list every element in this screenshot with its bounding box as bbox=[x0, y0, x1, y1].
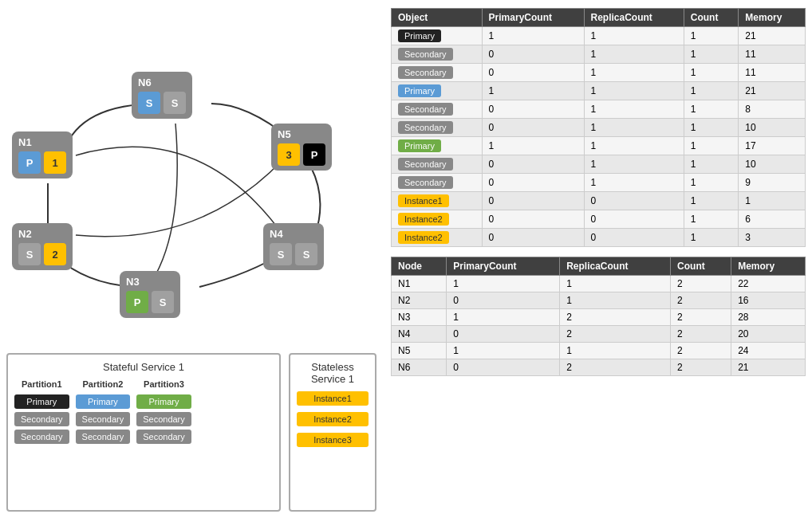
obj-table-row: Instance2 0 0 1 6 bbox=[392, 210, 806, 229]
node-table-cell-memory: 22 bbox=[731, 276, 806, 292]
obj-badge: Primary bbox=[398, 29, 441, 42]
partition3-primary: Primary bbox=[136, 394, 191, 409]
partitions-row: Partition1 Primary Secondary Secondary P… bbox=[14, 379, 273, 444]
obj-badge: Primary bbox=[398, 139, 441, 152]
node-n1-badge-1: 1 bbox=[44, 151, 66, 174]
obj-badge: Instance1 bbox=[398, 194, 449, 207]
node-table-row: N4 0 2 2 20 bbox=[392, 326, 806, 343]
obj-table-cell-count: 1 bbox=[684, 119, 739, 137]
node-n2-badge-2: 2 bbox=[44, 243, 66, 265]
node-n1-label: N1 bbox=[18, 136, 32, 148]
partition2-col: Partition2 Primary Secondary Secondary bbox=[76, 379, 131, 444]
obj-table-cell-replica-count: 1 bbox=[584, 155, 684, 174]
node-table-cell-primary-count: 1 bbox=[447, 309, 560, 326]
node-table-row: N5 1 1 2 24 bbox=[392, 343, 806, 359]
partition3-col: Partition3 Primary Secondary Secondary bbox=[136, 379, 191, 444]
obj-table-cell-object: Instance2 bbox=[392, 229, 483, 247]
node-n4-badge-s2: S bbox=[295, 243, 317, 265]
obj-table-cell-memory: 11 bbox=[739, 64, 806, 82]
node-n3-badge-s: S bbox=[152, 291, 174, 313]
node-table-cell-node: N3 bbox=[392, 309, 447, 326]
node-table-cell-count: 2 bbox=[671, 276, 731, 292]
node-n4: N4 S S bbox=[263, 223, 324, 270]
node-table-cell-memory: 28 bbox=[731, 309, 806, 326]
obj-table-row: Secondary 0 1 1 11 bbox=[392, 64, 806, 82]
obj-table-cell-replica-count: 1 bbox=[584, 100, 684, 119]
obj-table-cell-object: Instance2 bbox=[392, 210, 483, 229]
node-table-header-count: Count bbox=[671, 257, 731, 276]
node-n5-label: N5 bbox=[278, 128, 291, 140]
obj-table-cell-primary-count: 0 bbox=[482, 192, 584, 210]
obj-table-cell-memory: 6 bbox=[739, 210, 806, 229]
obj-table-cell-replica-count: 0 bbox=[584, 229, 684, 247]
obj-table-cell-memory: 8 bbox=[739, 100, 806, 119]
obj-table-row: Primary 1 1 1 17 bbox=[392, 137, 806, 155]
obj-badge: Secondary bbox=[398, 66, 453, 79]
node-table-row: N6 0 2 2 21 bbox=[392, 359, 806, 376]
obj-table-row: Secondary 0 1 1 10 bbox=[392, 119, 806, 137]
legend-area: Stateful Service 1 Partition1 Primary Se… bbox=[0, 347, 383, 518]
obj-table-header-primary-count: PrimaryCount bbox=[482, 9, 584, 27]
obj-table-row: Secondary 0 1 1 11 bbox=[392, 45, 806, 64]
node-table-cell-primary-count: 0 bbox=[447, 359, 560, 376]
obj-table-cell-primary-count: 0 bbox=[482, 155, 584, 174]
obj-table-header-memory: Memory bbox=[739, 9, 806, 27]
node-table-cell-node: N6 bbox=[392, 359, 447, 376]
node-table-cell-memory: 21 bbox=[731, 359, 806, 376]
obj-table-cell-primary-count: 0 bbox=[482, 64, 584, 82]
node-table-row: N3 1 2 2 28 bbox=[392, 309, 806, 326]
obj-badge: Secondary bbox=[398, 103, 453, 116]
obj-table-row: Secondary 0 1 1 10 bbox=[392, 155, 806, 174]
node-table-cell-primary-count: 0 bbox=[447, 326, 560, 343]
partition2-primary: Primary bbox=[76, 394, 131, 409]
obj-table-cell-count: 1 bbox=[684, 137, 739, 155]
obj-table-cell-count: 1 bbox=[684, 155, 739, 174]
node-n3: N3 P S bbox=[120, 271, 180, 318]
stateless-service-title: Stateless Service 1 bbox=[297, 361, 369, 385]
instance1-badge: Instance1 bbox=[297, 391, 369, 406]
obj-table-cell-replica-count: 1 bbox=[584, 82, 684, 100]
node-table-cell-replica-count: 1 bbox=[560, 343, 671, 359]
obj-table-cell-replica-count: 1 bbox=[584, 27, 684, 45]
node-table-header-replica-count: ReplicaCount bbox=[560, 257, 671, 276]
obj-table-cell-object: Instance1 bbox=[392, 192, 483, 210]
obj-table-cell-count: 1 bbox=[684, 192, 739, 210]
obj-table-row: Primary 1 1 1 21 bbox=[392, 82, 806, 100]
obj-table-cell-primary-count: 1 bbox=[482, 27, 584, 45]
obj-table-cell-memory: 17 bbox=[739, 137, 806, 155]
node-n4-items: S S bbox=[270, 243, 317, 265]
obj-table-cell-memory: 9 bbox=[739, 174, 806, 192]
obj-table-cell-count: 1 bbox=[684, 100, 739, 119]
obj-table-cell-primary-count: 0 bbox=[482, 210, 584, 229]
partition3-secondary2: Secondary bbox=[136, 430, 191, 444]
obj-table-cell-count: 1 bbox=[684, 174, 739, 192]
node-table-cell-memory: 16 bbox=[731, 292, 806, 309]
obj-badge: Secondary bbox=[398, 158, 453, 171]
node-n1: N1 P 1 bbox=[12, 131, 73, 179]
obj-table-cell-primary-count: 0 bbox=[482, 45, 584, 64]
obj-table-cell-object: Primary bbox=[392, 82, 483, 100]
obj-table-cell-object: Secondary bbox=[392, 45, 483, 64]
network-diagram: N1 P 1 N2 S 2 N3 P S N4 S S N5 3 P bbox=[0, 0, 383, 343]
partition2-title: Partition2 bbox=[76, 379, 131, 389]
stateless-instances: Instance1 Instance2 Instance3 bbox=[297, 391, 369, 447]
node-n2-items: S 2 bbox=[18, 243, 66, 265]
obj-badge: Primary bbox=[398, 84, 441, 97]
node-table-cell-primary-count: 0 bbox=[447, 292, 560, 309]
obj-table-cell-primary-count: 1 bbox=[482, 82, 584, 100]
partition2-secondary1: Secondary bbox=[76, 412, 131, 426]
node-n2-badge-s: S bbox=[18, 243, 41, 265]
node-n5: N5 3 P bbox=[271, 124, 332, 171]
node-n3-items: P S bbox=[126, 291, 174, 313]
obj-table-cell-primary-count: 0 bbox=[482, 174, 584, 192]
node-n2: N2 S 2 bbox=[12, 223, 73, 270]
obj-table-cell-count: 1 bbox=[684, 27, 739, 45]
obj-table-header-count: Count bbox=[684, 9, 739, 27]
obj-badge: Secondary bbox=[398, 48, 453, 61]
node-table-cell-memory: 24 bbox=[731, 343, 806, 359]
node-table-cell-count: 2 bbox=[671, 343, 731, 359]
node-table-row: N1 1 1 2 22 bbox=[392, 276, 806, 292]
obj-badge: Secondary bbox=[398, 176, 453, 189]
node-n3-label: N3 bbox=[126, 276, 140, 288]
obj-table-row: Primary 1 1 1 21 bbox=[392, 27, 806, 45]
